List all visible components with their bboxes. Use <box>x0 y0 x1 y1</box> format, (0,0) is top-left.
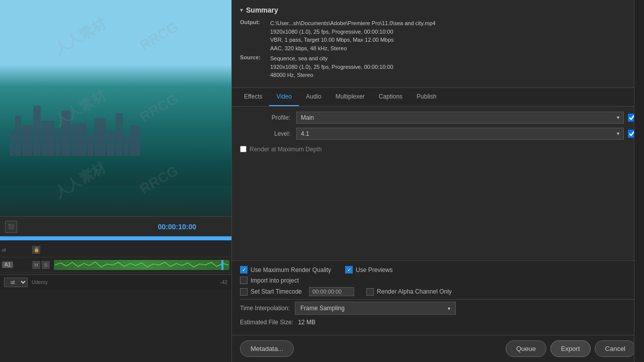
source-name: Sequence, sea and city <box>270 54 393 63</box>
watermark-text-2: RRCG <box>119 3 199 70</box>
summary-source-value: Sequence, sea and city 1920x1080 (1.0), … <box>270 54 393 79</box>
timecode-checkbox[interactable] <box>240 288 248 296</box>
tab-captions[interactable]: Captions <box>372 88 410 106</box>
level-dropdown[interactable]: 4.1 ▾ <box>296 128 624 140</box>
timecode-display: 00:00:10:00 <box>158 223 196 231</box>
a1-controls: M S <box>32 261 50 269</box>
building <box>55 128 60 156</box>
output-details3: AAC, 320 kbps, 48 kHz, Stereo <box>270 44 436 53</box>
timecode-field[interactable] <box>309 287 354 296</box>
timecode-row: Set Start Timecode Render Alpha Channel … <box>240 287 636 296</box>
profile-label: Profile: <box>240 114 290 121</box>
left-panel: 人人素材 RRCG 人人素材 RRCG 人人素材 RRCG ⬛ 00:00:10… <box>0 0 231 362</box>
tab-publish[interactable]: Publish <box>410 88 443 106</box>
skyline <box>10 106 140 156</box>
output-path: C:\User...sh\Documents\Adobe\Premiere Pr… <box>270 19 436 28</box>
profile-value: Main <box>301 114 314 121</box>
watermark-text-6: RRCG <box>119 147 199 214</box>
building <box>107 131 115 156</box>
render-at-max-label: Render at Maximum Depth <box>250 146 321 153</box>
summary-output-value: C:\User...sh\Documents\Adobe\Premiere Pr… <box>270 19 436 52</box>
building <box>124 136 129 156</box>
summary-section: ▾ Summary Output: C:\User...sh\Documents… <box>232 0 644 88</box>
estimated-size-label: Estimated File Size: <box>240 319 293 326</box>
tab-multiplexer[interactable]: Multiplexer <box>329 88 372 106</box>
right-edge-panel <box>634 0 644 362</box>
video-preview: 人人素材 RRCG 人人素材 RRCG 人人素材 RRCG <box>0 0 231 216</box>
summary-header: ▾ Summary <box>240 6 636 14</box>
timecode-label: Set Start Timecode <box>251 288 302 295</box>
timecode-item: Set Start Timecode <box>240 287 354 296</box>
interpolation-chevron-icon: ▾ <box>448 306 450 311</box>
building <box>15 116 21 156</box>
summary-title: Summary <box>246 6 278 14</box>
profile-dropdown[interactable]: Main ▾ <box>296 112 624 124</box>
a1-badge: A1 <box>2 261 13 268</box>
track-label: ut <box>2 247 32 252</box>
track-label-text: ut <box>2 247 6 252</box>
track-lock-btn[interactable]: 🔒 <box>32 246 40 254</box>
summary-output-label: Output: <box>240 19 270 52</box>
max-quality-label: Use Maximum Render Quality <box>251 266 331 274</box>
out-dropdown[interactable]: ut <box>4 278 28 287</box>
track-a1-label: A1 <box>2 262 32 267</box>
source-details2: 48000 Hz, Stereo <box>270 71 393 79</box>
render-at-max-row: Render at Maximum Depth <box>240 144 636 155</box>
queue-button[interactable]: Queue <box>506 340 546 357</box>
source-details1: 1920x1080 (1.0), 25 fps, Progressive, 00… <box>270 63 393 71</box>
tab-video[interactable]: Video <box>269 88 298 106</box>
interpolation-value: Frame Sampling <box>300 305 345 312</box>
tab-audio[interactable]: Audio <box>299 88 329 106</box>
max-quality-item: Use Maximum Render Quality <box>240 266 331 274</box>
import-row: Import into project <box>240 277 636 284</box>
play-button[interactable]: ⬛ <box>5 221 17 233</box>
interpolation-row: Time Interpolation: Frame Sampling ▾ <box>240 302 636 315</box>
estimated-size-value: 12 MB <box>298 319 315 326</box>
main-layout: 人人素材 RRCG 人人素材 RRCG 人人素材 RRCG ⬛ 00:00:10… <box>0 0 644 362</box>
building <box>61 111 70 156</box>
building <box>116 113 123 156</box>
summary-collapse-icon[interactable]: ▾ <box>240 7 243 14</box>
tab-effects[interactable]: Effects <box>237 88 269 106</box>
profile-row: Profile: Main ▾ <box>240 112 636 124</box>
import-item: Import into project <box>240 277 299 284</box>
level-chevron-icon: ▾ <box>617 131 619 136</box>
level-label: Level: <box>240 130 290 137</box>
right-panel: ▾ Summary Output: C:\User...sh\Documents… <box>231 0 644 362</box>
import-checkbox[interactable] <box>240 277 248 284</box>
profile-chevron-icon: ▾ <box>617 115 619 120</box>
divider <box>240 299 636 300</box>
summary-source-label: Source: <box>240 54 270 79</box>
building <box>22 126 32 156</box>
use-previews-checkbox[interactable] <box>345 266 353 274</box>
import-label: Import into project <box>251 277 299 284</box>
a1-solo-btn[interactable]: S <box>42 261 50 269</box>
action-buttons: Metadata... Queue Export Cancel <box>232 335 644 362</box>
bottom-bar: ut Udemy -42 <box>0 275 231 290</box>
use-previews-label: Use Previews <box>356 266 392 274</box>
bottom-options: Use Maximum Render Quality Use Previews … <box>232 260 644 335</box>
level-row: Level: 4.1 ▾ <box>240 128 636 140</box>
metadata-button[interactable]: Metadata... <box>240 340 294 357</box>
use-previews-item: Use Previews <box>345 266 392 274</box>
level-value: 4.1 <box>301 130 309 137</box>
summary-source-row: Source: Sequence, sea and city 1920x1080… <box>240 54 636 79</box>
cancel-button[interactable]: Cancel <box>595 340 636 357</box>
alpha-checkbox[interactable] <box>366 288 374 296</box>
interpolation-dropdown[interactable]: Frame Sampling ▾ <box>295 302 456 315</box>
progress-fill <box>0 236 231 240</box>
spacer <box>298 340 502 357</box>
watermark-text-1: 人人素材 <box>33 0 127 74</box>
progress-bar[interactable] <box>0 236 231 240</box>
render-at-max-checkbox[interactable] <box>240 146 247 152</box>
db-value: -42 <box>220 280 227 285</box>
building <box>88 133 94 156</box>
building <box>130 126 140 156</box>
a1-mute-btn[interactable]: M <box>32 261 40 269</box>
estimated-size-row: Estimated File Size: 12 MB <box>240 319 636 326</box>
building <box>42 121 54 156</box>
max-quality-checkbox[interactable] <box>240 266 248 274</box>
export-button[interactable]: Export <box>550 340 591 357</box>
building <box>95 118 106 156</box>
timeline-area: ⬛ 00:00:10:00 ut 🔒 A1 <box>0 216 231 362</box>
